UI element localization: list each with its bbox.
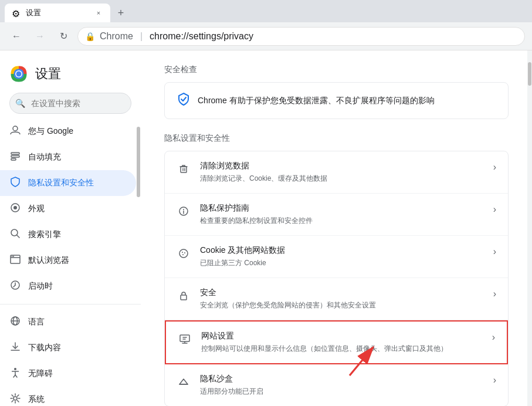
- settings-item-clear-browsing[interactable]: 清除浏览数据 清除浏览记录、Cookie、缓存及其他数据 ›: [165, 151, 508, 194]
- svg-line-11: [17, 235, 19, 238]
- system-icon: [9, 393, 21, 406]
- svg-point-39: [179, 249, 188, 258]
- safety-check-section-title: 安全检查: [164, 65, 509, 75]
- search-icon: [9, 228, 21, 242]
- svg-point-10: [11, 229, 18, 236]
- sidebar-search-icon: 🔍: [15, 99, 25, 108]
- address-bar[interactable]: 🔒 Chrome | chrome://settings/privacy: [77, 27, 525, 46]
- svg-point-4: [13, 126, 18, 131]
- sidebar-search-input[interactable]: [9, 93, 131, 114]
- chevron-right-icon-5: ›: [493, 375, 496, 385]
- svg-line-27: [15, 375, 17, 377]
- chrome-logo-icon: [9, 65, 28, 83]
- content-area: 设置 🔍 您与 Google: [0, 50, 532, 406]
- shield-icon: [9, 176, 21, 190]
- clear-browsing-title: 清除浏览数据: [200, 161, 484, 171]
- accessibility-icon: [9, 367, 21, 381]
- address-chrome-label: Chrome: [100, 31, 133, 42]
- sidebar-label-language: 语言: [28, 317, 127, 327]
- tab-bar: ⚙ 设置 × +: [0, 0, 532, 22]
- sidebar-label-browser: 默认浏览器: [28, 255, 127, 266]
- settings-item-site-settings[interactable]: 网站设置 控制网站可以使用和显示什么信息（如位置信息、摄像头、弹出式窗口及其他）…: [165, 320, 508, 364]
- privacy-section-title: 隐私设置和安全性: [164, 133, 509, 144]
- active-tab[interactable]: ⚙ 设置 ×: [5, 4, 110, 22]
- svg-point-23: [14, 368, 16, 370]
- chevron-right-icon-1: ›: [493, 204, 496, 215]
- autofill-icon: [9, 150, 21, 164]
- chevron-right-icon-3: ›: [493, 289, 496, 299]
- new-tab-button[interactable]: +: [113, 5, 129, 21]
- privacy-guide-title: 隐私保护指南: [200, 203, 484, 214]
- svg-point-37: [183, 209, 184, 210]
- sidebar-item-language[interactable]: 语言: [0, 309, 136, 335]
- cookies-title: Cookie 及其他网站数据: [200, 245, 484, 256]
- sidebar-item-accessibility[interactable]: 无障碍: [0, 361, 136, 387]
- safety-shield-icon: [177, 92, 191, 109]
- sidebar-item-autofill[interactable]: 自动填充: [0, 144, 136, 170]
- tab-favicon: ⚙: [12, 8, 21, 18]
- refresh-button[interactable]: ↻: [54, 27, 73, 46]
- settings-item-security[interactable]: 安全 安全浏览（保护您免受危险网站的侵害）和其他安全设置 ›: [165, 278, 508, 320]
- sidebar-divider: [0, 304, 141, 304]
- sidebar-item-downloads[interactable]: 下载内容: [0, 335, 136, 361]
- privacy-guide-desc: 检查重要的隐私控制设置和安全控件: [200, 216, 484, 226]
- security-desc: 安全浏览（保护您免受危险网站的侵害）和其他安全设置: [200, 300, 484, 310]
- lock-icon: [177, 289, 191, 303]
- svg-point-15: [13, 256, 14, 257]
- sidebar-label-startup: 启动时: [28, 281, 127, 292]
- settings-item-privacy-guide[interactable]: 隐私保护指南 检查重要的隐私控制设置和安全控件 ›: [165, 194, 508, 236]
- sidebar-app-title: 设置: [35, 65, 61, 83]
- download-icon: [9, 341, 21, 355]
- cookies-desc: 已阻止第三方 Cookie: [200, 258, 484, 268]
- startup-icon: [9, 279, 21, 293]
- sidebar-label-appearance: 外观: [28, 204, 127, 214]
- sidebar-label-privacy: 隐私设置和安全性: [28, 178, 127, 188]
- chevron-right-icon-2: ›: [493, 246, 496, 257]
- sidebar-label-search: 搜索引擎: [28, 229, 127, 240]
- privacy-sandbox-desc: 适用部分功能已开启: [200, 387, 484, 397]
- sidebar-item-system[interactable]: 系统: [0, 387, 136, 406]
- main-content: 安全检查 Chrome 有助于保护您免受数据泄露、不良扩展程序等问题的影响 隐私…: [141, 50, 532, 406]
- cookies-content: Cookie 及其他网站数据 已阻止第三方 Cookie: [200, 245, 484, 268]
- svg-line-51: [350, 347, 373, 375]
- main-scrollbar[interactable]: [527, 50, 532, 406]
- sidebar-label-autofill: 自动填充: [28, 152, 127, 163]
- language-icon: [9, 315, 21, 329]
- sidebar-header: 设置: [0, 60, 141, 93]
- security-content: 安全 安全浏览（保护您免受危险网站的侵害）和其他安全设置: [200, 287, 484, 310]
- svg-point-14: [12, 256, 13, 257]
- sidebar-label-google: 您与 Google: [28, 126, 127, 137]
- settings-list: 清除浏览数据 清除浏览记录、Cookie、缓存及其他数据 › 隐私保护指南 检查…: [164, 151, 509, 406]
- sidebar-item-appearance[interactable]: 外观: [0, 196, 136, 222]
- tab-close-button[interactable]: ×: [94, 8, 103, 18]
- sidebar-item-google[interactable]: 您与 Google: [0, 119, 136, 144]
- back-button[interactable]: ←: [7, 27, 26, 46]
- safety-check-text: Chrome 有助于保护您免受数据泄露、不良扩展程序等问题的影响: [198, 96, 435, 106]
- svg-point-28: [13, 397, 17, 400]
- svg-point-42: [182, 254, 184, 255]
- privacy-guide-content: 隐私保护指南 检查重要的隐私控制设置和安全控件: [200, 203, 484, 226]
- svg-point-9: [13, 206, 17, 209]
- user-icon: [9, 124, 21, 138]
- sidebar-scrollbar-thumb: [137, 127, 140, 197]
- chevron-right-icon-0: ›: [493, 162, 496, 172]
- main-scrollbar-thumb: [528, 62, 531, 86]
- forward-button[interactable]: →: [31, 27, 49, 46]
- sidebar-label-downloads: 下载内容: [28, 343, 127, 353]
- svg-point-3: [16, 72, 22, 77]
- address-separator: |: [140, 31, 143, 42]
- sidebar: 设置 🔍 您与 Google: [0, 50, 141, 406]
- safety-check-card[interactable]: Chrome 有助于保护您免受数据泄露、不良扩展程序等问题的影响: [164, 82, 509, 119]
- settings-item-privacy-sandbox[interactable]: 隐私沙盒 适用部分功能已开启 ›: [165, 364, 508, 406]
- browser-frame: ⚙ 设置 × + ← → ↻ 🔒 Chrome | chrome://setti…: [0, 0, 532, 406]
- sidebar-item-default-browser[interactable]: 默认浏览器: [0, 248, 136, 273]
- sidebar-scrollbar[interactable]: [136, 121, 141, 406]
- privacy-guide-icon: [177, 204, 191, 218]
- sidebar-item-startup[interactable]: 启动时: [0, 273, 136, 299]
- browser-icon: [9, 253, 21, 268]
- address-favicon: 🔒: [85, 32, 95, 41]
- address-path: chrome://settings/privacy: [150, 31, 253, 42]
- settings-item-cookies[interactable]: Cookie 及其他网站数据 已阻止第三方 Cookie ›: [165, 236, 508, 278]
- sidebar-item-search[interactable]: 搜索引擎: [0, 222, 136, 248]
- sidebar-item-privacy[interactable]: 隐私设置和安全性: [0, 170, 136, 196]
